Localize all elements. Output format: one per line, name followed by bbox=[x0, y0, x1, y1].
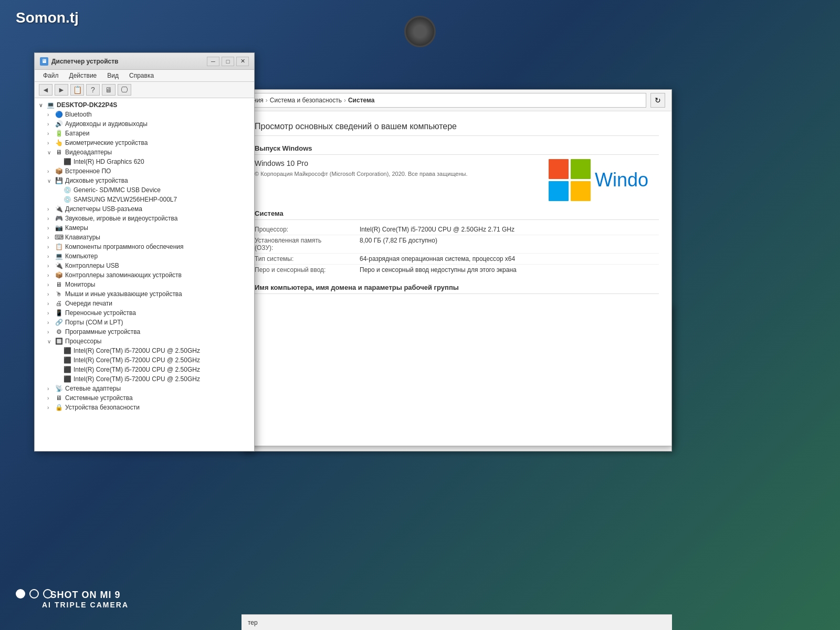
menu-bar: Файл Действие Вид Справка bbox=[35, 70, 254, 82]
ram-label: Установленная память(ОЗУ): bbox=[255, 237, 360, 251]
tree-portable[interactable]: › 📱 Переносные устройства bbox=[35, 308, 254, 318]
windows-info: Windows 10 Pro © Корпорация Майкрософт (… bbox=[255, 159, 659, 201]
menu-help[interactable]: Справка bbox=[125, 71, 158, 80]
computer-name-section: Имя компьютера, имя домена и параметры р… bbox=[255, 284, 659, 294]
tree-biometric[interactable]: › 👆 Биометрические устройства bbox=[35, 138, 254, 148]
tree-usb-hubs[interactable]: › 🔌 Диспетчеры USB-разъема bbox=[35, 204, 254, 214]
root-label: DESKTOP-DK22P4S bbox=[57, 101, 117, 109]
menu-action[interactable]: Действие bbox=[65, 71, 101, 80]
tree-computer[interactable]: › 💻 Компьютер bbox=[35, 251, 254, 261]
dot-2 bbox=[29, 589, 39, 598]
device-manager-window: 🖥 Диспетчер устройств ─ □ ✕ Файл Действи… bbox=[34, 52, 255, 452]
win-quad-1 bbox=[549, 159, 569, 179]
tree-sound-devices[interactable]: › 🎮 Звуковые, игровые и видеоустройства bbox=[35, 214, 254, 223]
toolbar: ◄ ► 📋 ? 🖥 🖵 bbox=[35, 82, 254, 98]
tree-audio[interactable]: › 🔊 Аудиовходы и аудиовыходы bbox=[35, 119, 254, 129]
device-manager-titlebar: 🖥 Диспетчер устройств ─ □ ✕ bbox=[35, 53, 254, 70]
tree-root[interactable]: ∨ 💻 DESKTOP-DK22P4S bbox=[35, 100, 254, 110]
windows-section-title: Выпуск Windows bbox=[255, 144, 659, 155]
shot-line1: SHOT ON MI 9 bbox=[42, 590, 129, 601]
cpu-label: Процессор: bbox=[255, 226, 360, 233]
properties-button[interactable]: 📋 bbox=[70, 84, 84, 96]
info-row-pen: Перо и сенсорный ввод: Перо и сенсорный … bbox=[255, 265, 659, 275]
sysinfo-content: Просмотр основных сведений о вашем компь… bbox=[242, 111, 671, 444]
info-row-ram: Установленная память(ОЗУ): 8,00 ГБ (7,82… bbox=[255, 235, 659, 254]
window-controls: ─ □ ✕ bbox=[207, 57, 249, 66]
tree-print-queues[interactable]: › 🖨 Очереди печати bbox=[35, 299, 254, 308]
tree-software[interactable]: › 📋 Компоненты программного обеспечения bbox=[35, 242, 254, 251]
tree-battery[interactable]: › 🔋 Батареи bbox=[35, 129, 254, 138]
breadcrumb-part2: Система и безопасность bbox=[270, 97, 342, 104]
tree-cpu1[interactable]: ⬛ Intel(R) Core(TM) i5-7200U CPU @ 2.50G… bbox=[35, 346, 254, 355]
windows-section: Выпуск Windows Windows 10 Pro © Корпорац… bbox=[255, 144, 659, 201]
shot-line2: AI TRIPLE CAMERA bbox=[42, 601, 129, 609]
info-row-os-type: Тип системы: 64-разрядная операционная с… bbox=[255, 254, 659, 265]
device-tree: ∨ 💻 DESKTOP-DK22P4S › 🔵 Bluetooth › 🔊 Ау… bbox=[35, 98, 254, 451]
display-button[interactable]: 🖥 bbox=[102, 84, 116, 96]
computer-name-title: Имя компьютера, имя домена и параметры р… bbox=[255, 284, 659, 294]
tree-generic-usb[interactable]: 💿 Generic- SD/MMC USB Device bbox=[35, 185, 254, 195]
root-arrow: ∨ bbox=[39, 102, 46, 108]
tree-monitors[interactable]: › 🖥 Мониторы bbox=[35, 280, 254, 289]
win-quad-2 bbox=[571, 159, 591, 179]
breadcrumb-part3: Система bbox=[348, 97, 375, 104]
tree-keyboards[interactable]: › ⌨ Клавиатуры bbox=[35, 233, 254, 242]
pen-value: Перо и сенсорный ввод недоступны для это… bbox=[360, 266, 517, 274]
ram-value: 8,00 ГБ (7,82 ГБ доступно) bbox=[360, 237, 437, 251]
title-left: 🖥 Диспетчер устройств bbox=[40, 57, 118, 66]
tree-firmware[interactable]: › 📦 Встроенное ПО bbox=[35, 166, 254, 176]
sysinfo-header: ния › Система и безопасность › Система ↻ bbox=[242, 90, 671, 111]
system-section: Система Процессор: Intel(R) Core(TM) i5-… bbox=[255, 209, 659, 275]
help-button[interactable]: ? bbox=[86, 84, 100, 96]
windows-details: Windows 10 Pro © Корпорация Майкрософт (… bbox=[255, 159, 468, 177]
tree-network[interactable]: › 📡 Сетевые адаптеры bbox=[35, 384, 254, 393]
windows-logo-area: Windo bbox=[549, 159, 648, 201]
root-icon: 💻 bbox=[46, 101, 55, 109]
windows-text: Windo bbox=[595, 169, 648, 191]
tree-storage-controllers[interactable]: › 📦 Контроллеры запоминающих устройств bbox=[35, 270, 254, 280]
taskbar-status-bar: тер bbox=[242, 614, 672, 630]
tree-usb-controllers[interactable]: › 🔌 Контроллеры USB bbox=[35, 261, 254, 270]
cpu-value: Intel(R) Core(TM) i5-7200U CPU @ 2.50GHz… bbox=[360, 226, 514, 233]
back-button[interactable]: ◄ bbox=[39, 84, 52, 96]
win-quad-4 bbox=[571, 181, 591, 201]
maximize-button[interactable]: □ bbox=[222, 57, 234, 66]
dot-1 bbox=[16, 589, 25, 598]
tree-samsung-ssd[interactable]: 💿 SAMSUNG MZVLW256HEHP-000L7 bbox=[35, 195, 254, 204]
menu-file[interactable]: Файл bbox=[39, 71, 63, 80]
tree-processors[interactable]: ∨ 🔲 Процессоры bbox=[35, 337, 254, 346]
os-type-value: 64-разрядная операционная система, проце… bbox=[360, 255, 515, 262]
tree-video-adapters[interactable]: ∨ 🖥 Видеоадаптеры bbox=[35, 148, 254, 157]
tree-software-devices[interactable]: › ⚙ Программные устройства bbox=[35, 327, 254, 337]
tree-ports[interactable]: › 🔗 Порты (COM и LPT) bbox=[35, 318, 254, 327]
shot-watermark: SHOT ON MI 9 AI TRIPLE CAMERA bbox=[42, 590, 129, 609]
forward-button[interactable]: ► bbox=[55, 84, 68, 96]
tree-cameras[interactable]: › 📷 Камеры bbox=[35, 223, 254, 233]
tree-bluetooth[interactable]: › 🔵 Bluetooth bbox=[35, 110, 254, 119]
os-type-label: Тип системы: bbox=[255, 255, 360, 262]
windows-logo-icon bbox=[549, 159, 591, 201]
windows-copyright: © Корпорация Майкрософт (Microsoft Corpo… bbox=[255, 171, 468, 177]
brand-watermark: Somon.tj bbox=[16, 9, 79, 26]
close-button[interactable]: ✕ bbox=[236, 57, 249, 66]
win-quad-3 bbox=[549, 181, 569, 201]
tree-cpu4[interactable]: ⬛ Intel(R) Core(TM) i5-7200U CPU @ 2.50G… bbox=[35, 374, 254, 384]
tree-security[interactable]: › 🔒 Устройства безопасности bbox=[35, 403, 254, 412]
monitor-button[interactable]: 🖵 bbox=[118, 84, 131, 96]
page-title: Просмотр основных сведений о вашем компь… bbox=[255, 122, 659, 136]
tree-system-devices[interactable]: › 🖥 Системные устройства bbox=[35, 393, 254, 403]
breadcrumb-bar: ния › Система и безопасность › Система bbox=[248, 93, 646, 108]
tree-mice[interactable]: › 🖱 Мыши и иные указывающие устройства bbox=[35, 289, 254, 299]
system-section-title: Система bbox=[255, 209, 659, 220]
minimize-button[interactable]: ─ bbox=[207, 57, 219, 66]
menu-view[interactable]: Вид bbox=[103, 71, 123, 80]
system-info-window: ния › Система и безопасность › Система ↻… bbox=[242, 89, 672, 446]
tree-cpu3[interactable]: ⬛ Intel(R) Core(TM) i5-7200U CPU @ 2.50G… bbox=[35, 365, 254, 374]
device-manager-icon: 🖥 bbox=[40, 57, 48, 66]
tree-disk-devices[interactable]: ∨ 💾 Дисковые устройства bbox=[35, 176, 254, 185]
camera-lens-decoration bbox=[404, 16, 436, 47]
tree-cpu2[interactable]: ⬛ Intel(R) Core(TM) i5-7200U CPU @ 2.50G… bbox=[35, 355, 254, 365]
refresh-button[interactable]: ↻ bbox=[650, 93, 665, 108]
tree-intel-hd[interactable]: ⬛ Intel(R) HD Graphics 620 bbox=[35, 157, 254, 166]
info-row-cpu: Процессор: Intel(R) Core(TM) i5-7200U CP… bbox=[255, 224, 659, 235]
